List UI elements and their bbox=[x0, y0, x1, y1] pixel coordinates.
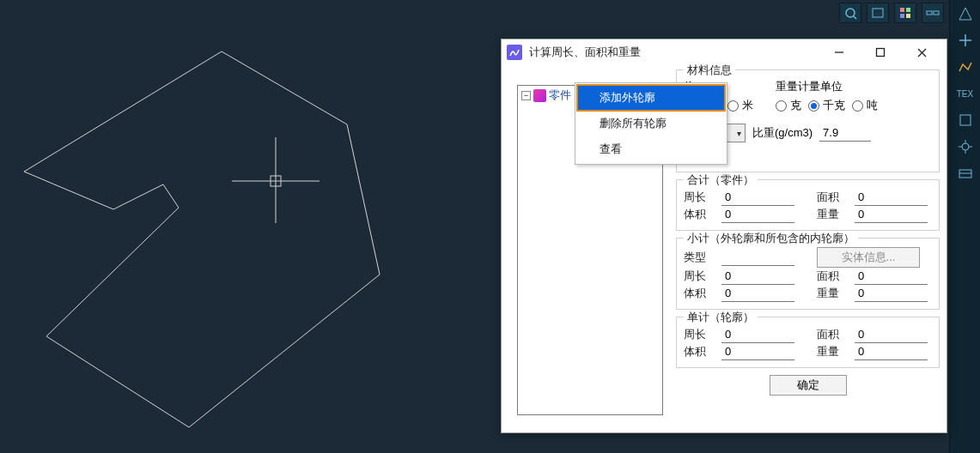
subtotal-groupbox: 小计（外轮廓和所包含的内轮廓） 类型 实体信息... 周长0 面积0 体积0 重… bbox=[676, 238, 940, 310]
top-tool-2[interactable] bbox=[867, 3, 889, 23]
single-area: 0 bbox=[855, 326, 928, 343]
single-weight: 0 bbox=[855, 343, 928, 360]
svg-rect-5 bbox=[900, 14, 904, 18]
context-menu: 添加外轮廓 删除所有轮廓 查看 bbox=[575, 82, 727, 165]
svg-rect-2 bbox=[873, 9, 883, 17]
calc-dialog: 计算周长、面积和重量 − 零件 材料信息 位 bbox=[501, 39, 947, 433]
subtotal-weight: 0 bbox=[855, 285, 928, 302]
side-toolbar: TEX bbox=[949, 0, 980, 453]
top-tool-1[interactable] bbox=[839, 3, 861, 23]
tree-item-label: 零件 bbox=[549, 88, 571, 103]
density-field[interactable]: 7.9 bbox=[819, 124, 871, 142]
maximize-button[interactable] bbox=[867, 44, 893, 61]
top-tool-4[interactable] bbox=[922, 3, 944, 23]
totals-weight: 0 bbox=[855, 206, 928, 223]
single-title: 单计（轮廓） bbox=[684, 310, 758, 325]
single-perimeter: 0 bbox=[721, 326, 794, 343]
side-tool-7[interactable] bbox=[953, 161, 978, 185]
side-tool-5[interactable] bbox=[953, 108, 978, 132]
entity-info-button[interactable]: 实体信息... bbox=[817, 247, 920, 268]
side-tool-4[interactable]: TEX bbox=[953, 82, 978, 106]
menu-view[interactable]: 查看 bbox=[577, 136, 725, 162]
menu-add-outer-contour[interactable]: 添加外轮廓 bbox=[577, 85, 725, 111]
svg-point-0 bbox=[846, 9, 855, 17]
side-tool-6[interactable] bbox=[953, 135, 978, 159]
top-tool-3[interactable] bbox=[894, 3, 916, 23]
svg-rect-18 bbox=[877, 49, 885, 57]
tree-item-part[interactable]: − 零件 bbox=[521, 88, 571, 103]
side-tool-1[interactable] bbox=[953, 2, 978, 26]
tree-expand-icon[interactable]: − bbox=[521, 91, 531, 100]
minimize-button[interactable] bbox=[826, 44, 852, 61]
subtotal-type bbox=[721, 249, 794, 266]
subtotal-title: 小计（外轮廓和所包含的内轮廓） bbox=[684, 231, 858, 246]
svg-line-1 bbox=[854, 16, 856, 19]
totals-part-groupbox: 合计（零件） 周长0 面积0 体积0 重量0 bbox=[676, 179, 940, 231]
density-label: 比重(g/cm3) bbox=[752, 125, 813, 141]
svg-rect-6 bbox=[906, 14, 910, 18]
svg-rect-9 bbox=[960, 115, 971, 125]
side-tool-2[interactable] bbox=[953, 28, 978, 52]
svg-rect-4 bbox=[906, 8, 910, 12]
close-button[interactable] bbox=[909, 44, 934, 61]
dialog-titlebar[interactable]: 计算周长、面积和重量 bbox=[502, 39, 947, 65]
tree-part-icon bbox=[533, 89, 546, 102]
side-tool-3[interactable] bbox=[953, 55, 978, 79]
radio-weight-kg[interactable]: 千克 bbox=[808, 98, 845, 113]
radio-weight-g[interactable]: 克 bbox=[776, 98, 801, 113]
subtotal-volume: 0 bbox=[721, 285, 794, 302]
totals-part-title: 合计（零件） bbox=[684, 172, 758, 188]
subtotal-perimeter: 0 bbox=[721, 268, 794, 285]
svg-rect-8 bbox=[934, 11, 939, 15]
totals-area: 0 bbox=[855, 189, 928, 206]
chevron-down-icon: ▾ bbox=[737, 129, 741, 138]
single-groupbox: 单计（轮廓） 周长0 面积0 体积0 重量0 bbox=[676, 317, 940, 368]
drawing-canvas[interactable] bbox=[0, 0, 498, 453]
ok-button[interactable]: 确定 bbox=[770, 375, 847, 396]
totals-perimeter: 0 bbox=[721, 189, 794, 206]
totals-volume: 0 bbox=[721, 206, 794, 223]
svg-point-10 bbox=[962, 143, 969, 150]
subtotal-area: 0 bbox=[855, 268, 928, 285]
material-group-title: 材料信息 bbox=[684, 63, 735, 78]
dialog-title: 计算周长、面积和重量 bbox=[529, 45, 826, 60]
polygon-shape bbox=[24, 51, 380, 427]
radio-weight-ton[interactable]: 吨 bbox=[852, 98, 878, 113]
menu-delete-all-contours[interactable]: 删除所有轮廓 bbox=[577, 111, 725, 136]
window-controls bbox=[826, 44, 934, 61]
top-toolbar-fragment bbox=[839, 0, 944, 26]
canvas-svg bbox=[0, 0, 498, 453]
radio-length-m[interactable]: 米 bbox=[727, 98, 753, 113]
app-icon bbox=[507, 45, 522, 60]
svg-rect-3 bbox=[900, 8, 904, 12]
single-volume: 0 bbox=[721, 343, 794, 360]
svg-rect-7 bbox=[927, 11, 932, 15]
weight-unit-group-label: 重量计量单位 bbox=[776, 79, 883, 94]
